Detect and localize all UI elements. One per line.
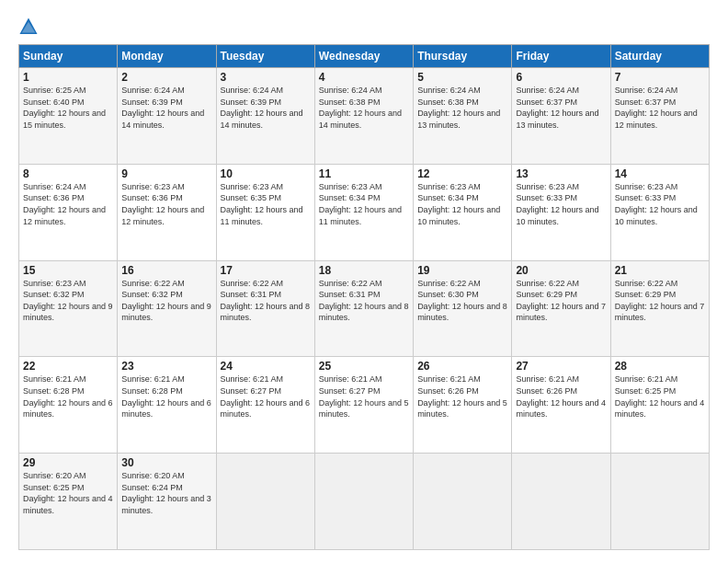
day-number: 25	[319, 360, 409, 373]
day-info: Sunrise: 6:24 AMSunset: 6:38 PMDaylight:…	[319, 85, 409, 131]
day-number: 1	[23, 71, 113, 84]
calendar-cell	[512, 454, 610, 550]
logo-icon	[18, 17, 39, 37]
calendar-cell: 2Sunrise: 6:24 AMSunset: 6:39 PMDaylight…	[118, 68, 216, 165]
calendar-cell	[610, 454, 709, 550]
calendar-table: SundayMondayTuesdayWednesdayThursdayFrid…	[18, 44, 710, 550]
calendar-cell: 28Sunrise: 6:21 AMSunset: 6:25 PMDayligh…	[610, 357, 709, 454]
calendar-cell: 25Sunrise: 6:21 AMSunset: 6:27 PMDayligh…	[314, 357, 413, 454]
calendar-cell: 17Sunrise: 6:22 AMSunset: 6:31 PMDayligh…	[216, 260, 314, 357]
day-number: 22	[23, 360, 113, 373]
day-number: 26	[417, 360, 507, 373]
day-info: Sunrise: 6:21 AMSunset: 6:26 PMDaylight:…	[417, 373, 507, 419]
weekday-header-thursday: Thursday	[414, 45, 512, 68]
day-number: 4	[319, 71, 409, 84]
day-info: Sunrise: 6:21 AMSunset: 6:28 PMDaylight:…	[23, 373, 113, 419]
day-info: Sunrise: 6:24 AMSunset: 6:38 PMDaylight:…	[417, 85, 507, 131]
weekday-header-row: SundayMondayTuesdayWednesdayThursdayFrid…	[19, 45, 710, 68]
day-number: 5	[417, 71, 507, 84]
day-info: Sunrise: 6:25 AMSunset: 6:40 PMDaylight:…	[23, 85, 113, 131]
day-number: 3	[221, 71, 311, 84]
calendar-cell: 20Sunrise: 6:22 AMSunset: 6:29 PMDayligh…	[512, 260, 610, 357]
day-info: Sunrise: 6:24 AMSunset: 6:37 PMDaylight:…	[615, 85, 705, 131]
day-info: Sunrise: 6:22 AMSunset: 6:30 PMDaylight:…	[417, 278, 507, 324]
calendar-cell: 18Sunrise: 6:22 AMSunset: 6:31 PMDayligh…	[314, 260, 413, 357]
calendar-cell: 9Sunrise: 6:23 AMSunset: 6:36 PMDaylight…	[118, 164, 216, 260]
day-number: 30	[121, 456, 211, 469]
day-info: Sunrise: 6:24 AMSunset: 6:39 PMDaylight:…	[221, 85, 311, 131]
day-number: 12	[417, 167, 507, 180]
day-number: 13	[516, 167, 606, 180]
day-info: Sunrise: 6:23 AMSunset: 6:36 PMDaylight:…	[121, 181, 211, 227]
day-info: Sunrise: 6:21 AMSunset: 6:26 PMDaylight:…	[516, 373, 606, 419]
day-number: 14	[615, 167, 705, 180]
weekday-header-sunday: Sunday	[19, 45, 118, 68]
day-info: Sunrise: 6:24 AMSunset: 6:39 PMDaylight:…	[121, 85, 211, 131]
calendar-week-2: 8Sunrise: 6:24 AMSunset: 6:36 PMDaylight…	[19, 164, 710, 260]
calendar-cell: 27Sunrise: 6:21 AMSunset: 6:26 PMDayligh…	[512, 357, 610, 454]
calendar-cell: 15Sunrise: 6:23 AMSunset: 6:32 PMDayligh…	[19, 260, 118, 357]
day-info: Sunrise: 6:22 AMSunset: 6:32 PMDaylight:…	[121, 278, 211, 324]
day-info: Sunrise: 6:20 AMSunset: 6:24 PMDaylight:…	[121, 470, 211, 516]
day-number: 18	[319, 264, 409, 277]
calendar-cell: 29Sunrise: 6:20 AMSunset: 6:25 PMDayligh…	[19, 454, 118, 550]
weekday-header-wednesday: Wednesday	[314, 45, 413, 68]
day-info: Sunrise: 6:23 AMSunset: 6:32 PMDaylight:…	[23, 278, 113, 324]
day-number: 19	[417, 264, 507, 277]
calendar-cell: 21Sunrise: 6:22 AMSunset: 6:29 PMDayligh…	[610, 260, 709, 357]
calendar-cell: 4Sunrise: 6:24 AMSunset: 6:38 PMDaylight…	[314, 68, 413, 165]
day-info: Sunrise: 6:23 AMSunset: 6:33 PMDaylight:…	[516, 181, 606, 227]
day-number: 10	[221, 167, 311, 180]
calendar-cell: 12Sunrise: 6:23 AMSunset: 6:34 PMDayligh…	[414, 164, 512, 260]
day-number: 17	[221, 264, 311, 277]
calendar-cell	[216, 454, 314, 550]
day-number: 15	[23, 264, 113, 277]
weekday-header-tuesday: Tuesday	[216, 45, 314, 68]
day-info: Sunrise: 6:21 AMSunset: 6:27 PMDaylight:…	[221, 373, 311, 419]
day-number: 16	[121, 264, 211, 277]
calendar-week-3: 15Sunrise: 6:23 AMSunset: 6:32 PMDayligh…	[19, 260, 710, 357]
calendar-cell: 23Sunrise: 6:21 AMSunset: 6:28 PMDayligh…	[118, 357, 216, 454]
day-number: 11	[319, 167, 409, 180]
day-number: 6	[516, 71, 606, 84]
calendar-cell: 24Sunrise: 6:21 AMSunset: 6:27 PMDayligh…	[216, 357, 314, 454]
calendar-cell: 7Sunrise: 6:24 AMSunset: 6:37 PMDaylight…	[610, 68, 709, 165]
weekday-header-friday: Friday	[512, 45, 610, 68]
calendar-cell: 22Sunrise: 6:21 AMSunset: 6:28 PMDayligh…	[19, 357, 118, 454]
calendar-cell: 16Sunrise: 6:22 AMSunset: 6:32 PMDayligh…	[118, 260, 216, 357]
day-info: Sunrise: 6:22 AMSunset: 6:31 PMDaylight:…	[319, 278, 409, 324]
calendar-cell: 3Sunrise: 6:24 AMSunset: 6:39 PMDaylight…	[216, 68, 314, 165]
day-number: 28	[615, 360, 705, 373]
calendar-cell: 26Sunrise: 6:21 AMSunset: 6:26 PMDayligh…	[414, 357, 512, 454]
day-number: 24	[221, 360, 311, 373]
day-info: Sunrise: 6:23 AMSunset: 6:33 PMDaylight:…	[615, 181, 705, 227]
calendar-week-1: 1Sunrise: 6:25 AMSunset: 6:40 PMDaylight…	[19, 68, 710, 165]
calendar-page: SundayMondayTuesdayWednesdayThursdayFrid…	[0, 0, 728, 563]
calendar-cell: 19Sunrise: 6:22 AMSunset: 6:30 PMDayligh…	[414, 260, 512, 357]
calendar-cell: 5Sunrise: 6:24 AMSunset: 6:38 PMDaylight…	[414, 68, 512, 165]
weekday-header-saturday: Saturday	[610, 45, 709, 68]
calendar-cell: 13Sunrise: 6:23 AMSunset: 6:33 PMDayligh…	[512, 164, 610, 260]
day-number: 27	[516, 360, 606, 373]
day-info: Sunrise: 6:22 AMSunset: 6:29 PMDaylight:…	[516, 278, 606, 324]
calendar-cell	[414, 454, 512, 550]
calendar-cell: 1Sunrise: 6:25 AMSunset: 6:40 PMDaylight…	[19, 68, 118, 165]
page-header	[18, 17, 710, 37]
day-info: Sunrise: 6:23 AMSunset: 6:35 PMDaylight:…	[221, 181, 311, 227]
day-number: 23	[121, 360, 211, 373]
calendar-cell: 8Sunrise: 6:24 AMSunset: 6:36 PMDaylight…	[19, 164, 118, 260]
day-info: Sunrise: 6:21 AMSunset: 6:28 PMDaylight:…	[121, 373, 211, 419]
calendar-cell: 6Sunrise: 6:24 AMSunset: 6:37 PMDaylight…	[512, 68, 610, 165]
day-number: 21	[615, 264, 705, 277]
calendar-week-4: 22Sunrise: 6:21 AMSunset: 6:28 PMDayligh…	[19, 357, 710, 454]
calendar-week-5: 29Sunrise: 6:20 AMSunset: 6:25 PMDayligh…	[19, 454, 710, 550]
weekday-header-monday: Monday	[118, 45, 216, 68]
day-info: Sunrise: 6:20 AMSunset: 6:25 PMDaylight:…	[23, 470, 113, 516]
day-info: Sunrise: 6:23 AMSunset: 6:34 PMDaylight:…	[417, 181, 507, 227]
calendar-cell	[314, 454, 413, 550]
day-info: Sunrise: 6:23 AMSunset: 6:34 PMDaylight:…	[319, 181, 409, 227]
day-info: Sunrise: 6:24 AMSunset: 6:37 PMDaylight:…	[516, 85, 606, 131]
logo	[18, 17, 42, 37]
calendar-cell: 11Sunrise: 6:23 AMSunset: 6:34 PMDayligh…	[314, 164, 413, 260]
day-info: Sunrise: 6:21 AMSunset: 6:25 PMDaylight:…	[615, 373, 705, 419]
